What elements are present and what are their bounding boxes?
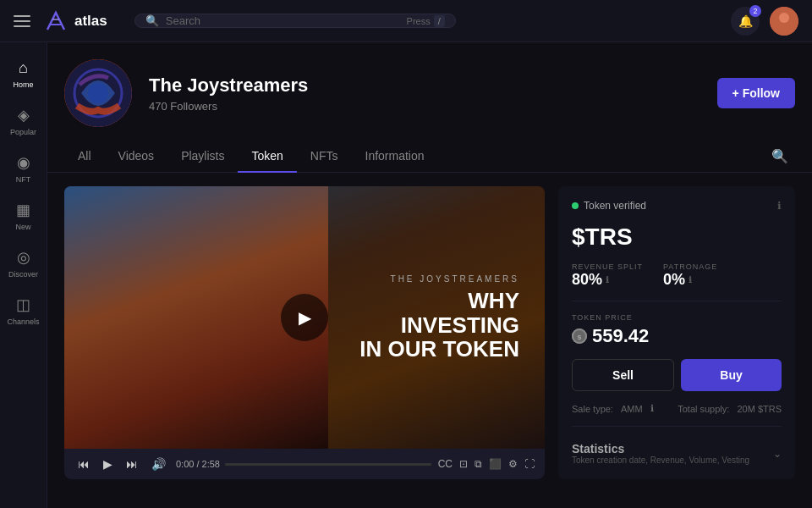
sale-info: Sale type: AMM ℹ Total supply: 20M $TRS: [572, 403, 782, 414]
logo-link[interactable]: atlas: [44, 9, 107, 33]
token-symbol: $TRS: [572, 224, 782, 251]
skip-forward-button[interactable]: ⏭: [123, 456, 141, 472]
channel-name: The Joystreamers: [149, 75, 700, 97]
buy-button[interactable]: Buy: [681, 359, 782, 391]
sidebar-item-home[interactable]: ⌂ Home: [3, 52, 44, 96]
divider: [572, 301, 782, 301]
notification-button[interactable]: 🔔 2: [731, 7, 760, 36]
cc-icon[interactable]: CC: [438, 458, 453, 470]
sidebar-item-popular[interactable]: ◈ Popular: [3, 99, 44, 143]
progress-bar[interactable]: [225, 463, 431, 466]
play-button[interactable]: ▶: [281, 294, 328, 341]
tab-videos[interactable]: Videos: [105, 141, 168, 173]
atlas-logo: [44, 9, 68, 33]
channels-icon: ◫: [16, 295, 30, 314]
new-icon: ▦: [16, 201, 30, 219]
pip-icon[interactable]: ⧉: [475, 458, 482, 470]
token-price-display: $ 559.42: [572, 325, 782, 347]
popular-icon: ◈: [18, 106, 30, 124]
sidebar-item-channels[interactable]: ◫ Channels: [3, 289, 44, 333]
logo-text: atlas: [74, 13, 107, 30]
avatar-image: [770, 7, 798, 36]
top-nav: atlas 🔍 Press / 🔔 2: [0, 0, 812, 42]
channel-tabs: All Videos Playlists Token NFTs Informat…: [47, 141, 812, 173]
search-hint: Press /: [407, 15, 445, 27]
patronage-value: 0% ℹ: [663, 271, 717, 289]
patronage-info-icon[interactable]: ℹ: [689, 275, 692, 284]
skip-back-button[interactable]: ⏮: [74, 456, 93, 472]
svg-point-4: [88, 83, 108, 103]
main-layout: ⌂ Home ◈ Popular ◉ NFT ▦ New ◎ Discover …: [0, 42, 812, 508]
volume-button[interactable]: 🔊: [148, 456, 169, 472]
token-price-section: TOKEN PRICE $ 559.42: [572, 313, 782, 347]
buy-sell-buttons: Sell Buy: [572, 359, 782, 391]
price-coin-icon: $: [572, 329, 587, 344]
svg-text:$: $: [578, 334, 582, 341]
progress-area[interactable]: 0:00 / 2:58: [176, 459, 431, 469]
tab-playlists[interactable]: Playlists: [167, 141, 238, 173]
revenue-split-stat: REVENUE SPLIT 80% ℹ: [572, 262, 643, 289]
verified-dot: [572, 202, 579, 209]
patronage-stat: PATRONAGE 0% ℹ: [663, 262, 717, 289]
total-supply: Total supply: 20M $TRS: [678, 403, 782, 414]
stats-divider: [572, 426, 782, 427]
statistics-row[interactable]: Statistics Token creation date, Revenue,…: [572, 439, 782, 465]
ctrl-right: CC ⊡ ⧉ ⬛ ⚙ ⛶: [438, 458, 535, 470]
tab-search-button[interactable]: 🔍: [765, 141, 795, 171]
revenue-split-value: 80% ℹ: [572, 271, 643, 289]
play-pause-button[interactable]: ▶: [100, 456, 116, 472]
nav-right: 🔔 2: [731, 7, 798, 36]
token-verified-left: Token verified: [572, 200, 646, 212]
sale-type: Sale type: AMM ℹ: [572, 403, 654, 414]
discover-icon: ◎: [17, 248, 30, 267]
token-info-icon[interactable]: ℹ: [777, 200, 782, 212]
search-icon: 🔍: [145, 14, 159, 27]
cast-icon[interactable]: ⊡: [459, 458, 468, 470]
sidebar-item-new[interactable]: ▦ New: [3, 194, 44, 238]
miniplayer-icon[interactable]: ⬛: [489, 458, 502, 470]
follow-button[interactable]: + Follow: [717, 78, 795, 108]
statistics-section: Statistics Token creation date, Revenue,…: [572, 442, 749, 465]
tab-nfts[interactable]: NFTs: [297, 141, 352, 173]
tab-information[interactable]: Information: [352, 141, 438, 173]
video-overlay-text: THE JOYSTREAMERS WHY INVESTING IN OUR TO…: [359, 274, 519, 362]
notification-badge: 2: [749, 5, 761, 17]
sidebar-item-discover[interactable]: ◎ Discover: [3, 241, 44, 285]
sale-type-info-icon[interactable]: ℹ: [650, 403, 654, 414]
sidebar: ⌂ Home ◈ Popular ◉ NFT ▦ New ◎ Discover …: [0, 42, 47, 508]
chevron-down-icon[interactable]: ⌄: [773, 448, 782, 460]
token-verified: Token verified ℹ: [572, 200, 782, 212]
channel-info: The Joystreamers 470 Followers: [149, 75, 700, 113]
token-panel: Token verified ℹ $TRS REVENUE SPLIT 80% …: [558, 186, 795, 479]
content-area: The Joystreamers 470 Followers + Follow …: [47, 42, 812, 508]
token-stats: REVENUE SPLIT 80% ℹ PATRONAGE 0% ℹ: [572, 262, 782, 289]
sidebar-item-nft[interactable]: ◉ NFT: [3, 146, 44, 190]
revenue-info-icon[interactable]: ℹ: [606, 275, 609, 284]
bell-icon: 🔔: [738, 14, 753, 28]
home-icon: ⌂: [19, 59, 28, 77]
channel-followers: 470 Followers: [149, 100, 700, 113]
sell-button[interactable]: Sell: [572, 359, 674, 391]
main-content: THE JOYSTREAMERS WHY INVESTING IN OUR TO…: [47, 173, 812, 493]
channel-avatar: [64, 59, 132, 127]
tab-token[interactable]: Token: [238, 141, 296, 173]
channel-header: The Joystreamers 470 Followers + Follow: [47, 42, 812, 127]
hamburger-icon[interactable]: [14, 15, 30, 27]
avatar[interactable]: [770, 7, 798, 36]
fullscreen-icon[interactable]: ⛶: [524, 458, 535, 470]
search-bar[interactable]: 🔍 Press /: [134, 14, 456, 28]
tab-all[interactable]: All: [64, 141, 105, 173]
settings-icon[interactable]: ⚙: [508, 458, 518, 470]
nft-icon: ◉: [17, 153, 30, 172]
svg-point-1: [779, 13, 789, 23]
video-main: THE JOYSTREAMERS WHY INVESTING IN OUR TO…: [64, 186, 545, 449]
video-controls: ⏮ ▶ ⏭ 🔊 0:00 / 2:58 CC ⊡ ⧉ ⬛: [64, 449, 545, 479]
video-container: THE JOYSTREAMERS WHY INVESTING IN OUR TO…: [64, 186, 545, 479]
search-input[interactable]: [166, 14, 400, 27]
time-display: 0:00 / 2:58: [176, 459, 220, 469]
video-title: WHY INVESTING IN OUR TOKEN: [359, 289, 519, 362]
